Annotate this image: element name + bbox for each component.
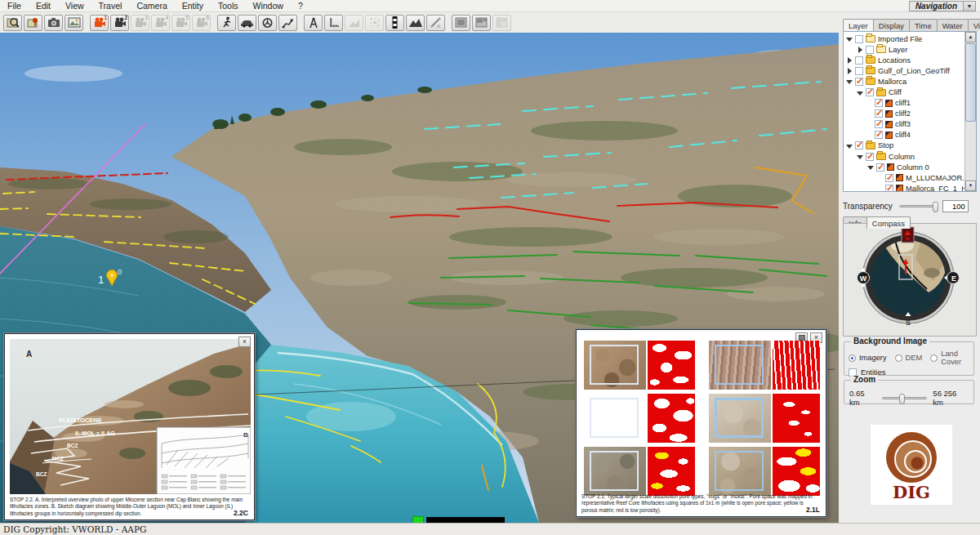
expander-icon[interactable] bbox=[846, 35, 853, 42]
zoom-slider[interactable] bbox=[882, 397, 927, 399]
expander-icon[interactable] bbox=[867, 163, 874, 171]
checkbox[interactable] bbox=[875, 120, 883, 128]
scroll-thumb[interactable] bbox=[965, 43, 976, 122]
slider-thumb[interactable] bbox=[899, 394, 905, 404]
transparency-slider[interactable] bbox=[899, 205, 938, 207]
menu-help[interactable]: ? bbox=[291, 0, 310, 11]
radio-dem[interactable] bbox=[895, 354, 902, 362]
checkbox[interactable] bbox=[885, 185, 893, 192]
camera-2-icon[interactable]: 2 bbox=[110, 15, 129, 31]
checkbox[interactable] bbox=[855, 78, 863, 86]
tree-item-column-0[interactable]: Column 0 bbox=[845, 162, 963, 172]
tab-video[interactable]: Video bbox=[968, 19, 980, 31]
photo-label-bcz1: BCZ bbox=[67, 443, 78, 448]
menu-file[interactable]: File bbox=[0, 0, 29, 11]
checkbox[interactable] bbox=[866, 153, 874, 161]
orbit-mode-icon[interactable] bbox=[258, 15, 277, 31]
checkbox[interactable] bbox=[855, 56, 863, 65]
folder-icon bbox=[876, 46, 886, 53]
chevron-down-icon[interactable]: ▼ bbox=[963, 2, 975, 11]
radio-land-cover[interactable] bbox=[930, 354, 938, 362]
camera-5-icon: 5 bbox=[172, 15, 190, 31]
expander-icon[interactable] bbox=[857, 46, 863, 53]
expander-icon[interactable] bbox=[857, 89, 863, 96]
tab-layer[interactable]: Layer bbox=[843, 19, 874, 31]
tree-item-cliff3[interactable]: cliff3 bbox=[845, 119, 963, 130]
window-single-icon[interactable] bbox=[452, 15, 470, 31]
select-area-icon bbox=[365, 15, 384, 31]
menu-view[interactable]: View bbox=[58, 0, 91, 11]
drive-mode-icon[interactable] bbox=[238, 15, 256, 31]
navigation-dropdown[interactable]: Navigation ▼ bbox=[909, 1, 976, 11]
menu-edit[interactable]: Edit bbox=[29, 0, 58, 11]
menu-travel[interactable]: Travel bbox=[91, 0, 130, 11]
image-view-icon[interactable] bbox=[65, 15, 83, 31]
tree-item-cliff2[interactable]: cliff2 bbox=[845, 109, 963, 119]
tree-item-mallorca[interactable]: Mallorca bbox=[845, 76, 963, 87]
checkbox[interactable] bbox=[876, 163, 884, 172]
snapshot-camera-icon[interactable] bbox=[44, 15, 63, 31]
expander-icon[interactable] bbox=[846, 78, 853, 85]
checkbox[interactable] bbox=[866, 88, 874, 96]
tree-item-cliff4[interactable]: cliff4 bbox=[845, 130, 963, 140]
measure-angle-icon[interactable] bbox=[304, 15, 323, 31]
walk-mode-icon[interactable] bbox=[217, 15, 236, 31]
tree-item-llucmajor-pdf[interactable]: M_LLUCMAJOR.PDF bbox=[845, 172, 963, 183]
vertical-ruler-icon[interactable] bbox=[385, 15, 404, 31]
tree-item-stop[interactable]: Stop bbox=[845, 140, 963, 151]
tree-item-layer[interactable]: Layer bbox=[845, 44, 963, 55]
tab-display[interactable]: Display bbox=[873, 19, 910, 31]
menu-entity[interactable]: Entity bbox=[175, 0, 211, 11]
tree-scrollbar[interactable]: ▲ ▼ bbox=[964, 32, 976, 191]
path-mode-icon[interactable] bbox=[278, 15, 297, 31]
camera-1-icon[interactable]: 1 bbox=[90, 15, 109, 31]
transparency-value[interactable] bbox=[942, 200, 969, 212]
measure-corner-icon[interactable] bbox=[324, 15, 343, 31]
window-split-icon[interactable] bbox=[472, 15, 491, 31]
checkbox[interactable] bbox=[885, 174, 893, 182]
expander-icon[interactable] bbox=[857, 153, 863, 160]
scroll-down-icon[interactable]: ▼ bbox=[965, 181, 976, 191]
checkbox[interactable] bbox=[855, 67, 863, 75]
zoom-min-label: 0.65 km bbox=[849, 389, 876, 407]
tree-item-column[interactable]: Column bbox=[845, 151, 963, 162]
menu-camera[interactable]: Camera bbox=[129, 0, 174, 11]
tree-item-gulf-of-lion[interactable]: Gulf_of_Lion_GeoTiff bbox=[845, 65, 963, 76]
tab-water[interactable]: Water bbox=[937, 19, 969, 31]
checkbox[interactable] bbox=[875, 99, 883, 107]
tab-time[interactable]: Time bbox=[909, 19, 938, 31]
tree-item-cliff[interactable]: Cliff bbox=[845, 87, 963, 97]
compass-west-label: W bbox=[860, 274, 867, 283]
checkbox[interactable] bbox=[855, 35, 863, 43]
radio-imagery[interactable] bbox=[849, 354, 856, 362]
slider-thumb[interactable] bbox=[933, 202, 938, 212]
checkbox[interactable] bbox=[875, 109, 883, 118]
close-icon[interactable]: × bbox=[238, 337, 251, 347]
tree-item-imported-file[interactable]: Imported File bbox=[845, 33, 963, 44]
svg-text:0: 0 bbox=[118, 268, 122, 276]
tab-compass[interactable]: Compass bbox=[866, 216, 911, 229]
pore-pair bbox=[709, 394, 822, 443]
tree-item-mallorca-pdf[interactable]: Mallorca_FC_1_HSF.pdf bbox=[845, 183, 963, 192]
map-search-icon[interactable] bbox=[3, 15, 22, 31]
tree-item-cliff1[interactable]: cliff1 bbox=[845, 98, 963, 109]
expander-icon[interactable] bbox=[846, 67, 853, 74]
menu-window[interactable]: Window bbox=[246, 0, 291, 11]
terrain-profile-icon[interactable] bbox=[406, 15, 425, 31]
outcrop-photo bbox=[584, 394, 646, 443]
checkbox[interactable] bbox=[875, 131, 883, 139]
draw-slope-icon[interactable]: A bbox=[426, 15, 445, 31]
map-pin-icon[interactable] bbox=[24, 15, 42, 31]
status-bar: DIG Copyright: VWORLD - AAPG bbox=[0, 523, 980, 535]
expander-icon[interactable] bbox=[846, 142, 853, 149]
porosity-map bbox=[773, 394, 820, 443]
menu-tools[interactable]: Tools bbox=[211, 0, 246, 11]
expander-icon[interactable] bbox=[846, 56, 853, 64]
photo-label-a: A bbox=[26, 350, 32, 359]
folder-icon bbox=[876, 153, 886, 160]
scroll-up-icon[interactable]: ▲ bbox=[965, 32, 976, 42]
checkbox[interactable] bbox=[866, 46, 874, 54]
checkbox[interactable] bbox=[855, 141, 863, 149]
compass-widget[interactable]: W E S bbox=[844, 224, 976, 336]
tree-item-locations[interactable]: Locations bbox=[845, 55, 963, 65]
